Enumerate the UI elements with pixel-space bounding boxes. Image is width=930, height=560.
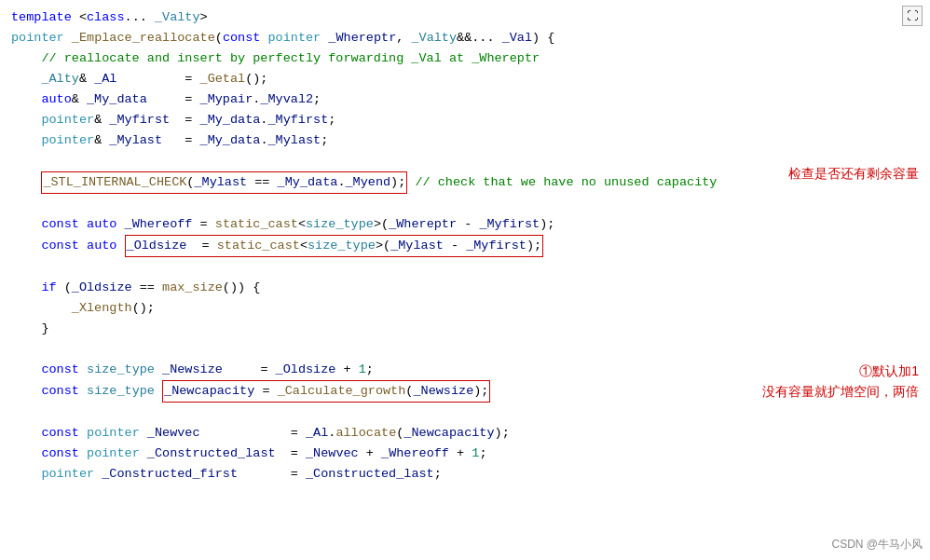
code-line-12: const auto _Oldsize = static_cast<size_t… xyxy=(7,235,930,257)
annotation-default-add1: ①默认加1 xyxy=(859,363,919,380)
code-line-3: // reallocate and insert by perfectly fo… xyxy=(7,48,930,69)
tpl-sizetype3: size_type xyxy=(87,362,155,376)
var-mylast3: _Mylast xyxy=(194,175,247,189)
red-box-oldsize: _Oldsize = static_cast<size_type>(_Mylas… xyxy=(125,235,544,257)
kw-pointer7: pointer xyxy=(41,467,94,481)
kw-if: if xyxy=(41,280,56,294)
code-line-2: pointer _Emplace_reallocate(const pointe… xyxy=(7,28,930,48)
fn-getal: _Getal xyxy=(200,72,246,86)
code-line-17 xyxy=(7,339,930,360)
code-line-20 xyxy=(7,403,930,423)
tpl-valty: _Valty xyxy=(155,10,200,24)
kw-const5: const xyxy=(41,384,79,398)
var-oldsize3: _Oldsize xyxy=(276,362,336,376)
kw-auto2: auto xyxy=(87,217,116,231)
fn-maxsize: max_size xyxy=(162,280,223,294)
kw-pointer2: pointer xyxy=(268,31,321,45)
var-myfirst: _Myfirst xyxy=(109,113,170,127)
annotation-check-capacity: 检查是否还有剩余容量 xyxy=(788,166,919,183)
fn-allocate: allocate xyxy=(335,426,396,440)
kw-pointer5: pointer xyxy=(87,426,140,440)
comment-1: // reallocate and insert by perfectly fo… xyxy=(41,51,540,65)
code-line-15: _Xlength(); xyxy=(7,298,930,319)
var-myfirst4: _Myfirst xyxy=(466,239,527,253)
tpl-valty2: _Valty xyxy=(411,31,457,45)
kw-const7: const xyxy=(41,446,79,460)
code-line-14: if (_Oldsize == max_size()) { xyxy=(7,278,930,298)
expand-icon: ⛶ xyxy=(907,9,918,23)
var-oldsize: _Oldsize xyxy=(127,239,187,253)
var-mydata4: _My_data xyxy=(278,175,338,189)
code-line-1: template <class... _Valty> xyxy=(7,7,930,28)
var-mylast: _Mylast xyxy=(109,133,162,147)
expand-button[interactable]: ⛶ xyxy=(902,6,923,26)
var-newcap2: _Newcapacity xyxy=(403,426,494,440)
tpl-sizetype1: size_type xyxy=(306,217,374,231)
code-line-23: pointer _Constructed_first = _Constructe… xyxy=(7,464,930,485)
var-myfirst2: _Myfirst xyxy=(267,113,328,127)
tpl-sizetype4: size_type xyxy=(87,384,155,398)
var-newvec2: _Newvec xyxy=(306,446,359,460)
var-mylast2: _Mylast xyxy=(267,133,321,147)
code-line-22: const pointer _Constructed_last = _Newve… xyxy=(7,444,930,464)
var-mylast4: _Mylast xyxy=(390,239,444,253)
red-box-newcapacity: _Newcapacity = _Calculate_growth(_Newsiz… xyxy=(162,380,490,403)
comment-2: // check that we have no unused capacity xyxy=(415,175,717,189)
var-mydata3: _My_data xyxy=(200,133,261,147)
var-consfirst: _Constructed_first xyxy=(102,467,238,481)
kw-const1: const xyxy=(223,31,261,45)
num-1b: 1 xyxy=(472,446,479,460)
var-al: _Al xyxy=(94,72,116,86)
kw-pointer3: pointer xyxy=(41,113,94,127)
code-line-21: const pointer _Newvec = _Al.allocate(_Ne… xyxy=(7,423,930,444)
code-line-6: pointer& _Myfirst = _My_data._Myfirst; xyxy=(7,110,930,130)
var-newcapacity: _Newcapacity xyxy=(164,384,254,398)
watermark: CSDN @牛马小风 xyxy=(831,537,923,553)
kw-auto1: auto xyxy=(41,92,71,106)
kw-const6: const xyxy=(41,426,79,440)
macro-stl: _STL_INTERNAL_CHECK xyxy=(43,175,186,189)
var-alty: _Alty xyxy=(41,72,79,86)
var-whereptr: _Whereptr xyxy=(328,31,396,45)
var-myval2: _Myval2 xyxy=(260,92,313,106)
tpl-sizetype2: size_type xyxy=(308,239,376,253)
var-myend: _Myend xyxy=(346,175,391,189)
var-newsize: _Newsize xyxy=(162,362,223,376)
kw-pointer4: pointer xyxy=(41,133,94,147)
var-newvec: _Newvec xyxy=(147,426,200,440)
kw-pointer: pointer xyxy=(11,31,64,45)
annotation-expand-space: 没有容量就扩增空间，两倍 xyxy=(762,384,919,401)
kw-auto3: auto xyxy=(87,239,116,253)
kw-const3: const xyxy=(41,239,79,253)
var-mydata: _My_data xyxy=(87,92,147,106)
code-line-11: const auto _Whereoff = static_cast<size_… xyxy=(7,214,930,235)
var-conslast: _Constructed_last xyxy=(147,446,276,460)
code-line-10 xyxy=(7,194,930,214)
fn-xlength: _Xlength xyxy=(72,301,132,315)
var-oldsize2: _Oldsize xyxy=(72,280,132,294)
kw-const2: const xyxy=(41,217,79,231)
code-line-18: const size_type _Newsize = _Oldsize + 1; xyxy=(7,360,930,380)
var-mypair: _Mypair xyxy=(200,92,253,106)
code-line-16: } xyxy=(7,319,930,339)
var-whereoff2: _Whereoff xyxy=(381,446,449,460)
fn-emplace: _Emplace_reallocate xyxy=(72,31,215,45)
code-viewer: ⛶ template <class... _Valty> pointer _Em… xyxy=(0,0,930,560)
var-newsize2: _Newsize xyxy=(413,384,473,398)
keyword-class: class xyxy=(87,10,125,24)
var-whereoff: _Whereoff xyxy=(125,217,193,231)
var-myfirst3: _Myfirst xyxy=(479,217,540,231)
num-1: 1 xyxy=(359,362,366,376)
var-mydata2: _My_data xyxy=(200,113,261,127)
var-val: _Val xyxy=(502,31,532,45)
fn-staticcast2: static_cast xyxy=(217,239,300,253)
var-al2: _Al xyxy=(306,426,328,440)
keyword-template: template xyxy=(11,10,72,24)
fn-calcgrowth: _Calculate_growth xyxy=(278,384,406,398)
kw-const4: const xyxy=(41,362,79,376)
code-line-7: pointer& _Mylast = _My_data._Mylast; xyxy=(7,130,930,151)
var-whereptr2: _Whereptr xyxy=(389,217,457,231)
red-box-check: _STL_INTERNAL_CHECK(_Mylast == _My_data.… xyxy=(41,171,407,194)
fn-staticcast1: static_cast xyxy=(215,217,298,231)
var-conslast2: _Constructed_last xyxy=(306,467,434,481)
